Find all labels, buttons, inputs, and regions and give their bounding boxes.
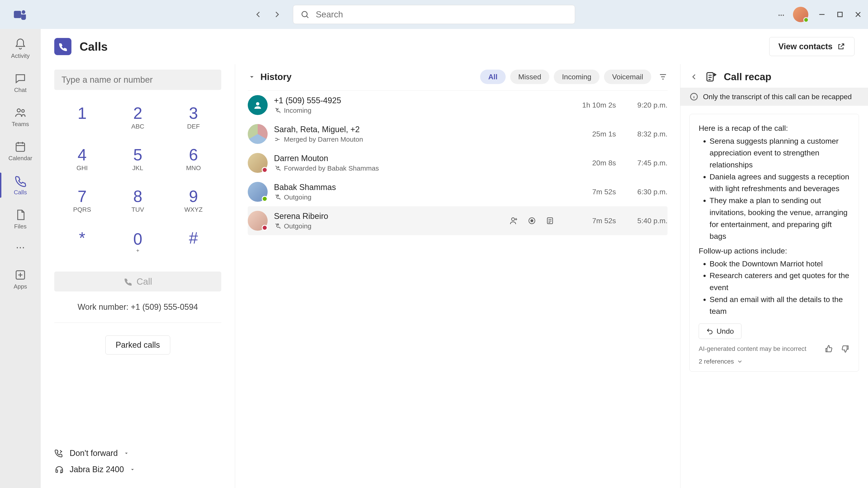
call-type-icon [274, 136, 281, 143]
chat-icon [14, 72, 27, 85]
caller-avatar [248, 211, 268, 231]
nav-back-icon[interactable] [253, 9, 263, 20]
keypad-key-7[interactable]: 7PQRS [54, 181, 110, 219]
recap-followup-intro: Follow-up actions include: [699, 245, 850, 257]
record-icon[interactable] [527, 216, 536, 225]
svg-rect-6 [16, 143, 24, 151]
rail-calls[interactable]: Calls [0, 172, 41, 199]
keypad-key-2[interactable]: 2ABC [110, 98, 165, 136]
keypad-key-5[interactable]: 5JKL [110, 140, 165, 177]
recap-followup: Send an email with all the details to th… [710, 293, 850, 317]
keypad-key-#[interactable]: # [166, 223, 221, 261]
caller-avatar [248, 95, 268, 115]
back-icon[interactable] [689, 72, 699, 81]
view-contacts-button[interactable]: View contacts [769, 37, 855, 56]
rail-apps[interactable]: Apps [0, 266, 41, 293]
history-row[interactable]: Darren Mouton Forwarded by Babak Shammas… [248, 149, 668, 177]
history-row[interactable]: Sarah, Reta, Miguel, +2 Merged by Darren… [248, 120, 668, 149]
keypad-key-6[interactable]: 6MNO [166, 140, 221, 177]
presence-busy-icon [262, 225, 268, 231]
thumbs-down-icon[interactable] [841, 344, 850, 353]
call-time: 6:30 p.m. [622, 188, 668, 196]
caller-avatar [248, 124, 268, 144]
chevron-down-icon [123, 450, 129, 456]
recap-bullet: Daniela agrees and suggests a reception … [710, 171, 850, 195]
call-sub: Incoming [274, 107, 560, 114]
search-bar[interactable] [293, 5, 575, 24]
recap-references[interactable]: 2 references [699, 358, 850, 365]
keypad-key-4[interactable]: 4GHI [54, 140, 110, 177]
recap-followup: Research caterers and get quotes for the… [710, 269, 850, 293]
keypad-key-*[interactable]: * [54, 223, 110, 261]
recap-bullet: They make a plan to sending out invitati… [710, 195, 850, 242]
history-row[interactable]: Babak Shammas Outgoing 7m 52s 6:30 p.m. [248, 177, 668, 206]
rail-teams[interactable]: Teams [0, 103, 41, 130]
filter-missed[interactable]: Missed [510, 70, 549, 84]
history-row[interactable]: +1 (509) 555-4925 Incoming 1h 10m 2s 9:2… [248, 91, 668, 120]
caller-name: Serena Ribeiro [274, 212, 503, 221]
phone-icon [14, 174, 27, 187]
close-icon[interactable] [854, 10, 863, 19]
minimize-icon[interactable] [817, 10, 827, 19]
presence-available-icon [803, 17, 809, 23]
filter-voicemail[interactable]: Voicemail [604, 70, 651, 84]
rail-more-icon[interactable]: ··· [16, 241, 25, 253]
thumbs-up-icon[interactable] [825, 344, 833, 353]
svg-point-13 [531, 220, 533, 222]
search-input[interactable] [316, 10, 567, 20]
filter-icon[interactable] [658, 72, 668, 81]
nav-forward-icon[interactable] [272, 9, 282, 20]
transcript-icon[interactable] [546, 216, 555, 225]
history-row[interactable]: Serena Ribeiro Outgoing 7m 52s 5:40 p.m. [248, 206, 668, 235]
calls-header-icon [54, 38, 71, 55]
call-type-icon [274, 107, 281, 114]
call-sub: Outgoing [274, 222, 503, 230]
svg-point-11 [512, 218, 515, 221]
call-duration: 7m 52s [566, 217, 616, 225]
caller-avatar [248, 153, 268, 173]
rail-activity[interactable]: Activity [0, 35, 41, 62]
rail-files[interactable]: Files [0, 206, 41, 233]
filter-all[interactable]: All [480, 70, 506, 84]
dial-input-wrap[interactable] [54, 70, 221, 90]
add-contact-icon[interactable] [509, 216, 518, 225]
call-duration: 1h 10m 2s [566, 101, 616, 109]
user-avatar[interactable] [793, 7, 808, 22]
svg-point-5 [22, 109, 24, 112]
call-type-icon [274, 165, 281, 172]
caller-name: +1 (509) 555-4925 [274, 96, 560, 105]
svg-rect-8 [56, 470, 57, 473]
maximize-icon[interactable] [835, 10, 844, 19]
titlebar: ··· [0, 0, 868, 29]
dial-input[interactable] [61, 75, 214, 85]
collapse-icon[interactable] [248, 73, 256, 81]
info-icon [689, 92, 699, 101]
apps-icon [14, 269, 27, 281]
file-icon [14, 208, 27, 221]
recap-icon [705, 70, 717, 83]
caller-name: Darren Mouton [274, 154, 560, 163]
svg-point-2 [302, 11, 307, 17]
keypad-key-0[interactable]: 0+ [110, 223, 165, 261]
undo-button[interactable]: Undo [699, 324, 741, 339]
keypad-key-1[interactable]: 1 [54, 98, 110, 136]
filter-incoming[interactable]: Incoming [554, 70, 599, 84]
svg-rect-9 [61, 470, 62, 473]
keypad-key-9[interactable]: 9WXYZ [166, 181, 221, 219]
caller-name: Babak Shammas [274, 183, 560, 192]
call-duration: 7m 52s [566, 188, 616, 196]
forward-setting[interactable]: Don't forward [54, 448, 221, 458]
call-time: 9:20 p.m. [622, 101, 668, 109]
rail-calendar[interactable]: Calendar [0, 138, 41, 164]
caller-name: Sarah, Reta, Miguel, +2 [274, 125, 560, 134]
more-options-icon[interactable]: ··· [778, 8, 784, 21]
audio-device[interactable]: Jabra Biz 2400 [54, 464, 221, 475]
keypad-key-8[interactable]: 8TUV [110, 181, 165, 219]
work-number: Work number: +1 (509) 555-0594 [54, 302, 221, 323]
recap-bullet: Serena suggests planning a customer appr… [710, 135, 850, 171]
call-button[interactable]: Call [54, 271, 221, 291]
keypad-key-3[interactable]: 3DEF [166, 98, 221, 136]
rail-chat[interactable]: Chat [0, 69, 41, 96]
parked-calls-button[interactable]: Parked calls [105, 335, 170, 355]
recap-banner: Only the transcript of this call can be … [680, 88, 868, 106]
